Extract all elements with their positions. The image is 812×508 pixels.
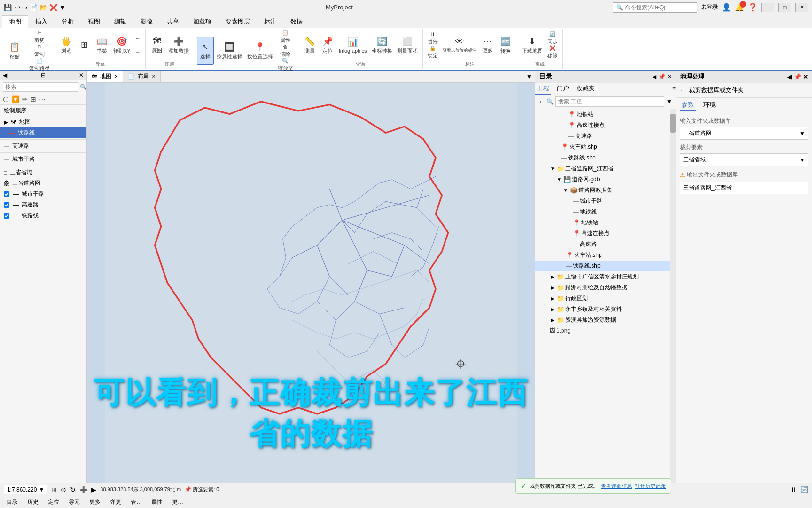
geo-clip-value[interactable]: 三省省域 ▼: [680, 153, 808, 166]
bottom-tab-catalog[interactable]: 目录: [4, 497, 21, 507]
3prov-expand-icon[interactable]: ▼: [549, 166, 556, 171]
user-icon[interactable]: 👤: [722, 3, 731, 12]
nav-plus-icon[interactable]: ➕: [79, 486, 87, 493]
map-svg-container[interactable]: 可以看到，正确裁剪出来了江西省的数据: [87, 83, 535, 483]
tree-item-yongfeng[interactable]: ▶ 📁 永丰乡镇及村相关资料: [535, 304, 676, 315]
basemap-btn[interactable]: 🗺 底图: [148, 31, 165, 59]
layer-item-highway2[interactable]: — 高速路: [0, 199, 86, 210]
geo-close-icon[interactable]: ✕: [803, 73, 808, 80]
layer-add-icon[interactable]: ⬡: [3, 95, 8, 103]
bottom-tab-history[interactable]: 历史: [24, 497, 41, 507]
save-icon[interactable]: 💾: [4, 4, 12, 11]
remove-offline-btn[interactable]: ❌ 移除: [546, 46, 560, 59]
command-search-input[interactable]: [625, 4, 691, 11]
select-btn[interactable]: ↖ 选择: [197, 37, 214, 65]
copy-btn[interactable]: ⧉ 复制: [27, 44, 52, 57]
clear-select-btn[interactable]: 🗑 清除: [276, 44, 295, 57]
bottom-tab-yuanyuan[interactable]: 导元: [66, 497, 83, 507]
minimize-btn[interactable]: —: [761, 3, 774, 12]
tree-item-administrative[interactable]: ▶ 📁 行政区划: [535, 293, 676, 304]
tab-edit[interactable]: 编辑: [107, 15, 133, 28]
tab-view[interactable]: 视图: [81, 15, 107, 28]
forward-nav-btn[interactable]: →: [133, 46, 142, 59]
tab-insert[interactable]: 插入: [28, 15, 55, 28]
tree-item-1png[interactable]: 🖼 1.png: [535, 325, 676, 335]
nav-arrow-icon[interactable]: ▶: [91, 486, 96, 493]
new-project-icon[interactable]: 📄: [30, 4, 38, 11]
geo-pin-icon[interactable]: 📌: [794, 73, 801, 80]
tree-item-roads-dataset[interactable]: ▼ 📦 道路网数据集: [535, 185, 676, 196]
coord-convert-btn[interactable]: 🔄 坐标转换: [370, 31, 394, 59]
tree-item-highway-node2[interactable]: 📍 高速连接点: [535, 228, 676, 239]
layer-filter-icon[interactable]: 🔽: [11, 95, 19, 103]
tree-item-highway-node[interactable]: 📍 高速连接点: [535, 120, 676, 131]
bottom-tab-more1[interactable]: 更多: [86, 497, 103, 507]
pause-label-btn[interactable]: ⏸ 暂停: [426, 32, 440, 45]
shangrao-expand-icon[interactable]: ▶: [549, 274, 556, 279]
tree-item-highway2[interactable]: — 高速路: [535, 239, 676, 250]
geo-output-value[interactable]: 三省道路网_江西省: [680, 182, 808, 194]
zixi-expand-icon[interactable]: ▶: [549, 318, 556, 323]
map-tab-map[interactable]: 🗺 地图 ✕: [87, 71, 123, 82]
notification-link2[interactable]: 打开历史记录: [635, 483, 666, 490]
refresh-map-btn[interactable]: 🔄: [800, 486, 808, 493]
layer-item-highway[interactable]: — 高速路: [0, 141, 86, 151]
catalog-menu-icon[interactable]: ≡: [672, 86, 676, 92]
command-search[interactable]: 🔍: [613, 2, 697, 13]
maximize-btn[interactable]: □: [778, 3, 791, 12]
paste-btn[interactable]: 📋 粘贴: [3, 37, 26, 65]
catalog-search-input[interactable]: [555, 96, 664, 107]
layer-item-railway2[interactable]: — 铁路线: [0, 210, 86, 221]
catalog-pin-icon[interactable]: 📌: [658, 73, 665, 80]
bookmark-btn[interactable]: 📖 书签: [94, 31, 110, 59]
yongfeng-expand-icon[interactable]: ▶: [549, 307, 556, 312]
add-data-btn[interactable]: ➕ 添加数据: [166, 31, 191, 59]
tree-item-shangrao[interactable]: ▶ 📁 上饶市广信区清水乡村庄规划: [535, 271, 676, 282]
highway2-checkbox[interactable]: [4, 202, 9, 208]
geo-clip-dropdown[interactable]: ▼: [799, 157, 805, 163]
geo-collapse-icon[interactable]: ◀: [787, 73, 792, 80]
tree-item-highway1[interactable]: — 高速路: [535, 131, 676, 142]
admin-expand-icon[interactable]: ▶: [549, 296, 556, 301]
tree-item-metro-line[interactable]: — 地铁线: [535, 206, 676, 217]
layer-search-icon[interactable]: 🔍: [80, 84, 87, 90]
tree-item-zixi[interactable]: ▶ 📁 资溪县旅游资源数据: [535, 315, 676, 325]
roadsdb-expand-icon[interactable]: ▼: [556, 177, 562, 182]
goto-xy-btn[interactable]: 🎯 转到XY: [111, 31, 133, 59]
undo-icon[interactable]: ↩: [15, 4, 20, 11]
catalog-back-icon[interactable]: ←: [539, 98, 545, 105]
tree-item-trainstation-shp[interactable]: 📍 火车站.shp: [535, 142, 676, 152]
catalog-tab-portal[interactable]: 门户: [555, 83, 571, 95]
zoom-to-btn[interactable]: 🔍 缩放至: [276, 58, 295, 71]
map-tab-dropdown[interactable]: ▼: [523, 73, 535, 80]
tree-item-metro-station2[interactable]: 📍 地铁站: [535, 217, 676, 228]
loc-select-btn[interactable]: 📍 按位置选择: [245, 37, 275, 65]
tab-share[interactable]: 共享: [160, 15, 186, 28]
catalog-search-icon[interactable]: 🔍: [547, 98, 554, 105]
download-map-btn[interactable]: ⬇ 下载地图: [520, 31, 545, 59]
geo-back[interactable]: ← 裁剪数据库或文件夹: [676, 83, 812, 98]
measure-area-btn[interactable]: ⬜ 测量面积: [395, 31, 420, 59]
attr-select-btn[interactable]: 🔲 按属性选择: [215, 37, 244, 65]
layer-more-icon[interactable]: ⋯: [39, 95, 46, 103]
properties-btn[interactable]: 📋 属性: [276, 30, 295, 43]
close-btn[interactable]: ✕: [795, 3, 808, 12]
layer-item-3net[interactable]: 🕸 三省道路网: [0, 178, 86, 189]
catalog-scrollbar[interactable]: [670, 109, 676, 483]
catalog-scrollbar-thumb[interactable]: [670, 114, 676, 133]
tab-feature-layer[interactable]: 要素图层: [219, 15, 257, 28]
bottom-tab-attributes[interactable]: 属性: [148, 497, 165, 507]
infographics-btn[interactable]: 📊 Infographics: [337, 31, 369, 59]
roads-dataset-expand-icon[interactable]: ▼: [562, 188, 569, 193]
tree-item-metro-station[interactable]: 📍 地铁站: [535, 109, 676, 120]
back-nav-btn[interactable]: ←: [133, 32, 142, 45]
layer-group-icon[interactable]: ⊞: [31, 95, 36, 103]
catalog-tab-project[interactable]: 工程: [535, 83, 551, 95]
layer-item-cityroad2[interactable]: — 城市干路: [0, 189, 86, 199]
panel-pin-icon[interactable]: ◀: [3, 72, 7, 79]
help-icon[interactable]: ❓: [748, 3, 757, 12]
layout-tab-close[interactable]: ✕: [152, 74, 156, 79]
remove-icon[interactable]: ❌: [49, 4, 57, 11]
geo-tab-env[interactable]: 环境: [702, 100, 718, 111]
layer-item-3prov[interactable]: □ 三省省域: [0, 167, 86, 178]
